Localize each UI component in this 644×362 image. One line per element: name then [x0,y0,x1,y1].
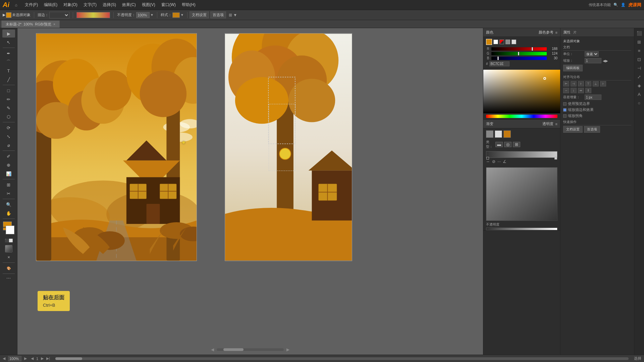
bottom-scrollbar-thumb[interactable] [55,357,82,360]
g-slider-thumb[interactable] [518,52,519,55]
shaper-tool[interactable]: ⬡ [2,113,15,121]
menu-help[interactable]: 帮助(H) [179,1,198,8]
pencil-tool[interactable]: ✎ [2,104,15,112]
selection-tool[interactable]: ▶ [2,29,15,38]
menu-text[interactable]: 文字(T) [81,1,99,8]
extra-toolbar-icon[interactable]: ⊞ ▼ [229,13,237,17]
align-center-btn[interactable]: ⊣ [571,81,577,86]
align-top-btn[interactable]: ⊤ [585,81,591,86]
stroke-swatch[interactable] [493,40,498,44]
menu-edit[interactable]: 编辑(E) [41,1,60,8]
grad-reverse-icon[interactable]: ↔ [486,159,490,164]
sidebar-pathfinder-icon[interactable]: ◈ [636,82,643,89]
bg-color-box[interactable] [6,226,14,234]
menu-effect[interactable]: 效果(C) [119,1,139,8]
align-left-btn[interactable]: ⊢ [563,81,569,86]
grad-linear-icon[interactable]: ⊘ [492,159,495,164]
horizontal-scrollbar[interactable]: ◀ ▶ [211,347,289,352]
menu-object[interactable]: 对象(O) [61,1,80,8]
rect-tool[interactable]: □ [2,86,15,95]
grad-stop-left[interactable] [486,157,489,160]
pen-tool[interactable]: ✒ [2,49,15,57]
panel-menu-icon[interactable]: ≡ [555,31,557,35]
b-slider-thumb[interactable] [497,57,499,60]
grad-stop-right[interactable] [554,157,557,160]
paintbrush-tool[interactable]: ✏ [2,95,15,103]
opacity-input[interactable] [136,12,150,18]
scale-arrows[interactable]: ◀▶ [603,59,608,63]
color-mode-box1[interactable] [505,40,510,44]
distrib-v-btn[interactable]: ↕ [571,88,577,93]
threshold-input[interactable] [585,95,601,100]
style-chevron[interactable]: ▼ [180,13,184,17]
gradient-box[interactable] [5,245,12,252]
grad-fill-swatch[interactable] [486,130,493,138]
menu-file[interactable]: 文件(F) [22,1,41,8]
warp-tool[interactable]: ⌀ [2,141,15,149]
active-fill-swatch[interactable] [486,39,492,45]
search-icon[interactable]: 🔍 [613,3,618,7]
color-mode-box2[interactable] [512,40,516,44]
distrib-eq-btn[interactable]: ⇔ [578,88,584,93]
doc-setup-button[interactable]: 文档设置 [190,11,209,18]
grad-dots-icon[interactable]: ··· [497,159,501,164]
color-picker-gradient[interactable] [483,70,560,113]
line-tool[interactable]: ╱ [2,75,15,83]
preferences-button[interactable]: 首选项 [210,11,226,18]
unit-select[interactable]: 像素 [585,51,599,57]
menu-select[interactable]: 选择(S) [100,1,119,8]
workspace-label[interactable]: 传统基本功能 [589,2,611,7]
b-slider-track[interactable] [491,57,547,60]
page-next-icon[interactable]: ▶ [41,356,44,361]
chart-tool[interactable]: 📊 [2,170,15,178]
blend-tool[interactable]: ⊕ [2,161,15,169]
blend-title[interactable]: 透明度 [542,121,553,126]
stroke-type-select[interactable] [49,12,69,18]
gradient-bar[interactable] [486,151,557,158]
document-tab[interactable]: 未标题-2* 100% RGB/预览 × [1,20,60,28]
eyedropper-tool[interactable]: ✐ [2,152,15,160]
live-paint-tool[interactable]: 🎨 [2,264,15,272]
canvas-area[interactable]: 贴在后面 Ctrl+B ● ◀ ▶ [17,28,483,355]
menu-window[interactable]: 窗口(W) [159,1,178,8]
preview-bounds-checkbox[interactable] [563,102,567,106]
zoom-prev-icon[interactable]: ◀ [3,356,5,361]
artboard-right[interactable] [225,33,352,261]
align-middle-btn[interactable]: ⊥ [593,81,599,86]
align-right-btn[interactable]: ⊦ [578,81,584,86]
linear-grad-btn[interactable]: ▬ [495,142,503,147]
align-bottom-btn[interactable]: ⊦ [600,81,606,86]
zoom-input[interactable] [8,356,21,361]
scale-input[interactable] [585,58,601,63]
sidebar-opacity-icon[interactable]: ○ [636,99,643,107]
curvature-tool[interactable]: ⌒ [2,58,15,66]
page-prev-icon[interactable]: ◀ [31,356,34,361]
grad-stroke-swatch[interactable] [495,130,502,138]
sidebar-align-icon[interactable]: ⊣ [636,64,643,72]
r-slider-thumb[interactable] [532,47,533,51]
direct-selection-tool[interactable]: ↖ [2,38,15,46]
opacity-slider[interactable] [486,228,557,230]
color-picker-marker[interactable] [543,77,546,80]
type-tool[interactable]: T [2,67,15,75]
distrib-sp-btn[interactable]: ⇕ [585,88,591,93]
color-ref-title[interactable]: 颜色参考 [539,30,553,35]
quick-prefs-btn[interactable]: 首选项 [584,126,600,133]
horizontal-scroll-thumb[interactable] [223,348,244,351]
color-mode-toggle[interactable]: ⬛⬜ [2,236,15,244]
stroke-style-input[interactable] [76,12,110,18]
radial-grad-btn[interactable]: ◎ [504,142,512,147]
hue-bar[interactable] [486,115,557,118]
no-color-swatch[interactable] [499,40,504,44]
fill-color-swatch[interactable] [6,12,11,18]
scroll-right-icon[interactable]: ▶ [286,347,289,352]
sidebar-color-icon[interactable]: ⬛ [636,29,643,37]
gradient-title[interactable]: 渐变 [486,121,540,126]
rotate-tool[interactable]: ⟳ [2,124,15,132]
scroll-left-icon[interactable]: ◀ [211,347,214,352]
gradient-panel-menu[interactable]: ≡ [555,122,557,126]
sidebar-arrange-icon[interactable]: ⊡ [636,56,643,63]
page-last-icon[interactable]: ▶| [46,356,50,361]
home-icon[interactable]: ⌂ [13,2,19,8]
more-tools[interactable]: ··· [6,275,11,281]
